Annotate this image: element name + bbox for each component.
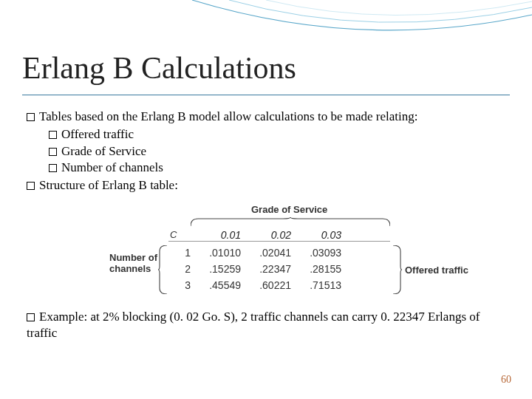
table-right-label: Offered traffic bbox=[405, 265, 468, 277]
bullet-text: Tables based on the Erlang B model allow… bbox=[39, 109, 417, 123]
bullet-text: Number of channels bbox=[61, 160, 163, 174]
bullet-intro: Tables based on the Erlang B model allow… bbox=[27, 109, 505, 125]
bullet-number-of-channels: Number of channels bbox=[49, 160, 505, 176]
bullet-structure: Structure of Erlang B table: bbox=[27, 177, 505, 194]
table-cell: .60221 bbox=[241, 279, 291, 293]
table-cell: .28155 bbox=[291, 263, 341, 276]
table-cell: .01010 bbox=[191, 247, 241, 260]
row-number: 3 bbox=[168, 279, 191, 293]
row-number: 2 bbox=[168, 263, 191, 276]
table-cell: .15259 bbox=[191, 263, 241, 276]
table-cell: .45549 bbox=[191, 279, 241, 293]
bullet-text: Example: at 2% blocking (0. 02 Go. S), 2… bbox=[27, 310, 480, 340]
table-cell: .02041 bbox=[241, 247, 291, 260]
square-bullet-icon bbox=[27, 113, 35, 121]
page-title: Erlang B Calculations bbox=[22, 50, 296, 86]
table-rows: 1 .01010 .02041 .03093 2 .15259 .22347 .… bbox=[168, 245, 341, 294]
erlang-table: Grade of Service C 0.01 0.02 0.03 Number… bbox=[111, 204, 421, 299]
brace-left-icon bbox=[158, 245, 167, 294]
square-bullet-icon bbox=[49, 131, 57, 139]
bullet-grade-of-service: Grade of Service bbox=[49, 143, 505, 160]
bullet-text: Offered traffic bbox=[61, 127, 134, 141]
table-left-label: Number of channels bbox=[109, 253, 158, 275]
page-number: 60 bbox=[501, 374, 511, 386]
title-underline bbox=[22, 95, 510, 95]
bullet-text: Structure of Erlang B table: bbox=[39, 178, 178, 192]
table-row: 2 .15259 .22347 .28155 bbox=[168, 262, 341, 278]
square-bullet-icon bbox=[27, 313, 35, 321]
content-area: Tables based on the Erlang B model allow… bbox=[27, 107, 505, 342]
square-bullet-icon bbox=[49, 148, 57, 156]
table-cell: .71513 bbox=[291, 279, 341, 293]
table-cell: .22347 bbox=[241, 263, 291, 276]
table-cell: .03093 bbox=[291, 247, 341, 260]
brace-top-icon bbox=[191, 217, 390, 226]
table-top-label: Grade of Service bbox=[251, 204, 327, 216]
slide: Erlang B Calculations Tables based on th… bbox=[0, 0, 532, 399]
brace-right-icon bbox=[393, 245, 402, 294]
bullet-offered-traffic: Offered traffic bbox=[49, 126, 505, 143]
table-row: 1 .01010 .02041 .03093 bbox=[168, 245, 341, 262]
row-number: 1 bbox=[168, 247, 191, 260]
bullet-example: Example: at 2% blocking (0. 02 Go. S), 2… bbox=[27, 309, 505, 341]
square-bullet-icon bbox=[27, 182, 35, 190]
bullet-text: Grade of Service bbox=[61, 144, 146, 158]
table-separator bbox=[168, 241, 390, 242]
table-row: 3 .45549 .60221 .71513 bbox=[168, 278, 341, 294]
square-bullet-icon bbox=[49, 164, 57, 172]
